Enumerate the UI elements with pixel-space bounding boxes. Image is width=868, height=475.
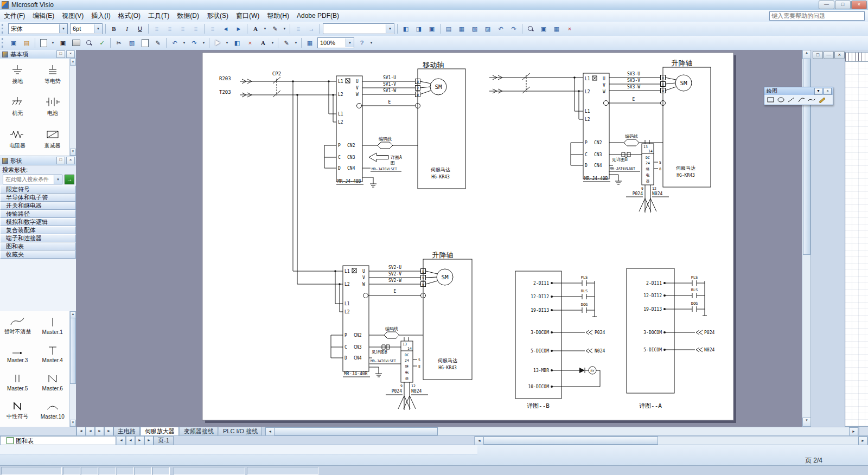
- arc-tool-icon[interactable]: [797, 97, 806, 103]
- rotate-icon[interactable]: ↶: [495, 23, 507, 34]
- justify-icon[interactable]: ≡: [190, 23, 202, 34]
- drawing-tools-button[interactable]: ✎: [280, 37, 292, 48]
- menu-window[interactable]: 窗口(W): [232, 10, 263, 22]
- menu-help[interactable]: 帮助(H): [263, 10, 293, 22]
- chevron-down-icon[interactable]: ▼: [346, 38, 354, 47]
- master-shape[interactable]: 接地: [0, 59, 35, 89]
- maximize-button[interactable]: □: [835, 1, 851, 9]
- drawing-canvas[interactable]: R203 T203 CP2 SV1-U SV1-V SV1-W E 详图A 图 …: [76, 50, 802, 427]
- chevron-down-icon[interactable]: ▼: [270, 38, 276, 48]
- horizontal-scrollbar[interactable]: ◄ ►: [265, 427, 859, 436]
- format-painter-button[interactable]: ✎: [152, 37, 164, 48]
- chevron-down-icon[interactable]: ▼: [293, 38, 299, 48]
- basic-panel-scrollbar[interactable]: ▲ ▼: [69, 59, 76, 156]
- shapes-scrollbar[interactable]: ▲ ▼: [69, 311, 76, 427]
- text-tool-button[interactable]: A: [257, 37, 269, 48]
- stencil-category[interactable]: 限定符号: [0, 185, 76, 194]
- line-tool-icon[interactable]: [787, 97, 795, 103]
- chevron-down-icon[interactable]: ▼: [181, 38, 187, 48]
- panel-window-button[interactable]: □: [56, 50, 65, 58]
- page-tab-plc-io-wiring[interactable]: PLC I/O 接线: [219, 427, 262, 436]
- first-page-icon[interactable]: ◄: [76, 427, 86, 436]
- stencil-category[interactable]: 收藏夹: [0, 251, 76, 259]
- line-weight-icon[interactable]: ≡: [292, 23, 304, 34]
- redo-button[interactable]: ↷: [188, 37, 200, 48]
- stencil-category[interactable]: 端子和连接器: [0, 234, 76, 242]
- page-tab-page1[interactable]: 页-1: [154, 436, 174, 445]
- help-button[interactable]: ?: [356, 37, 368, 48]
- spelling-button[interactable]: ✓: [96, 37, 108, 48]
- bold-button[interactable]: B: [108, 23, 120, 34]
- font-color-button[interactable]: A: [250, 23, 261, 34]
- menu-adobe-pdf[interactable]: Adobe PDF(B): [293, 11, 343, 21]
- menu-data[interactable]: 数据(D): [173, 10, 203, 22]
- menu-insert[interactable]: 插入(I): [87, 10, 114, 22]
- master-shape[interactable]: Master.5: [0, 368, 35, 396]
- stencil-category[interactable]: 图和表: [0, 242, 76, 251]
- print-button[interactable]: [70, 37, 82, 48]
- stencil-category[interactable]: 传输路径: [0, 210, 76, 218]
- cut-button[interactable]: ✂: [113, 37, 125, 48]
- chevron-down-icon[interactable]: ▼: [386, 24, 394, 33]
- minimize-button[interactable]: —: [819, 1, 834, 9]
- glue-icon[interactable]: ▦: [551, 23, 563, 34]
- master-shape[interactable]: Master.4: [35, 339, 71, 368]
- last-page-icon[interactable]: ►: [144, 436, 154, 445]
- panel-close-button[interactable]: ×: [66, 157, 75, 164]
- line-color-button[interactable]: ✎: [269, 23, 281, 34]
- freeform-tool-icon[interactable]: [808, 97, 816, 103]
- decrease-indent-icon[interactable]: ◄: [220, 23, 232, 34]
- dynamic-grid-icon[interactable]: ▣: [426, 23, 438, 34]
- master-shape[interactable]: Master.3: [0, 339, 35, 368]
- stencil-window-icon[interactable]: ▤: [21, 37, 33, 48]
- master-shape[interactable]: 中性符号: [0, 396, 35, 424]
- scroll-down-icon[interactable]: ▼: [70, 420, 76, 427]
- chevron-down-icon[interactable]: ▼: [201, 38, 207, 48]
- stencil-category[interactable]: 模拟和数字逻辑: [0, 218, 76, 226]
- horizontal-scrollbar[interactable]: ◄ ►: [474, 436, 868, 445]
- flip-icon[interactable]: ↷: [508, 23, 520, 34]
- page-tab-inverter-wiring[interactable]: 变频器接线: [180, 427, 218, 436]
- scrollbar-thumb[interactable]: [483, 437, 658, 445]
- drawing-page[interactable]: [202, 53, 733, 420]
- stencil-category[interactable]: 半导体和电子管: [0, 194, 76, 202]
- increase-indent-icon[interactable]: ►: [233, 23, 245, 34]
- next-page-icon[interactable]: ►: [135, 436, 144, 445]
- search-go-button[interactable]: →: [65, 175, 74, 184]
- menu-view[interactable]: 视图(V): [58, 10, 87, 22]
- connection-point-tool-button[interactable]: ×: [244, 37, 256, 48]
- align-right-icon[interactable]: ≡: [177, 23, 189, 34]
- close-icon[interactable]: ×: [824, 88, 832, 95]
- bullets-icon[interactable]: ≡: [207, 23, 219, 34]
- rectangle-tool-icon[interactable]: [767, 97, 775, 103]
- pan-zoom-icon[interactable]: ▦: [304, 37, 316, 48]
- scroll-up-icon[interactable]: ▲: [70, 59, 76, 66]
- prev-page-icon[interactable]: ◄: [126, 436, 135, 445]
- chevron-down-icon[interactable]: ▼: [59, 24, 67, 33]
- bring-to-front-icon[interactable]: ▤: [443, 23, 455, 34]
- shapes-window-icon[interactable]: ▣: [8, 37, 20, 48]
- paste-button[interactable]: [139, 37, 151, 48]
- close-toolbar-icon[interactable]: ×: [564, 23, 576, 34]
- panel-window-button[interactable]: □: [56, 157, 65, 164]
- last-page-icon[interactable]: ►: [104, 427, 113, 436]
- chevron-down-icon[interactable]: ▼: [94, 24, 102, 33]
- scroll-down-icon[interactable]: ▼: [802, 418, 811, 427]
- chevron-down-icon[interactable]: ▼: [262, 24, 268, 34]
- chevron-down-icon[interactable]: ▼: [54, 175, 62, 184]
- underline-button[interactable]: U: [134, 23, 146, 34]
- menu-file[interactable]: 文件(F): [0, 10, 29, 22]
- chevron-down-icon[interactable]: ▼: [814, 88, 822, 95]
- drawing-toolbar-titlebar[interactable]: 绘图 ▼ ×: [764, 87, 833, 95]
- page-tab-main-circuit[interactable]: 主电路: [113, 427, 140, 436]
- pointer-tool-button[interactable]: [212, 37, 224, 48]
- lay-out-shapes-icon[interactable]: ◨: [413, 23, 425, 34]
- drawing-floating-toolbar[interactable]: 绘图 ▼ ×: [764, 87, 833, 105]
- next-page-icon[interactable]: ►: [95, 427, 104, 436]
- child-restore-button[interactable]: □: [813, 51, 823, 59]
- master-shape[interactable]: 衰减器: [35, 123, 71, 154]
- prev-page-icon[interactable]: ◄: [86, 427, 95, 436]
- zoom-toolbar-icon[interactable]: [525, 23, 537, 34]
- ungroup-icon[interactable]: ▨: [482, 23, 494, 34]
- scroll-up-icon[interactable]: ▲: [802, 50, 811, 59]
